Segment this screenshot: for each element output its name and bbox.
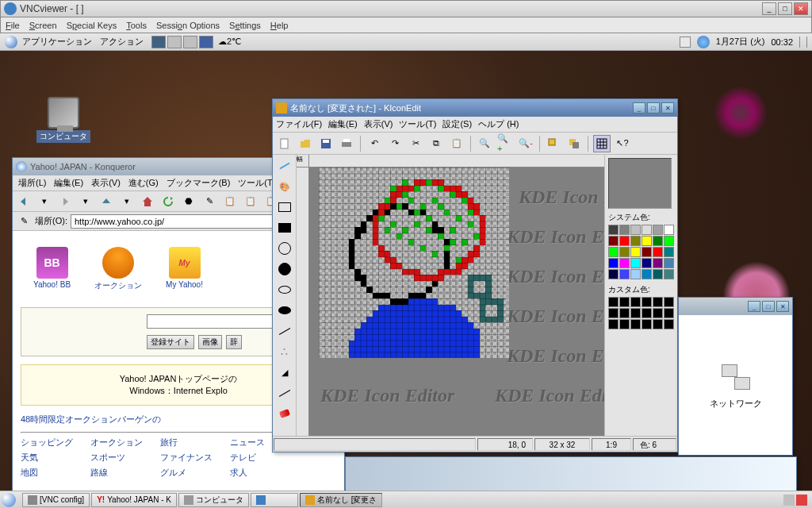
taskbar-item-computer[interactable]: コンピュータ [178, 493, 249, 507]
canvas-area[interactable]: 幅 KDE Icon Editor KDE Icon Editor KDE Ic… [297, 155, 604, 436]
yahoo-category-link[interactable]: テレビ [230, 452, 293, 464]
palette-color[interactable] [664, 225, 674, 235]
kicon-menu-settings[interactable]: 設定(S) [442, 118, 472, 130]
filled-ellipse-tool[interactable] [276, 302, 293, 318]
kicon-menu-file[interactable]: ファイル(F) [276, 118, 322, 130]
kicon-minimize-button[interactable]: _ [633, 102, 645, 114]
palette-color[interactable] [653, 269, 663, 279]
custom-color-cell[interactable] [653, 308, 663, 318]
palette-color[interactable] [653, 236, 663, 246]
applications-menu[interactable]: アプリケーション [22, 36, 92, 48]
taskbar-item-konqueror[interactable]: Y!Yahoo! JAPAN - K [91, 493, 177, 507]
custom-color-cell[interactable] [653, 297, 663, 307]
picker-tool[interactable]: 🎨 [276, 179, 293, 194]
yahoo-category-link[interactable]: 求人 [230, 467, 293, 479]
fill-tool[interactable]: ◢ [276, 364, 293, 380]
vnc-menu-screen[interactable]: Screen [29, 21, 57, 30]
desktop-switcher-2[interactable] [167, 36, 182, 48]
search-more-button[interactable]: 辞 [226, 335, 242, 349]
net-maximize-button[interactable]: □ [762, 301, 775, 312]
palette-color[interactable] [653, 258, 663, 268]
net-close-button[interactable]: ✕ [776, 301, 789, 312]
yahoo-auction-card[interactable]: オークション [94, 247, 142, 291]
up-dropdown[interactable]: ▾ [119, 194, 135, 210]
palette-color[interactable] [608, 269, 619, 279]
ellipse-tool[interactable] [276, 282, 293, 298]
print-button[interactable] [338, 135, 355, 152]
konq-menu-bookmarks[interactable]: ブックマーク(B) [164, 177, 233, 189]
line-tool[interactable] [276, 323, 293, 339]
kicon-menu-tools[interactable]: ツール(T) [399, 118, 436, 130]
back-button[interactable] [16, 194, 32, 210]
filled-circle-tool[interactable] [276, 261, 293, 277]
toggle-grid-button[interactable] [593, 135, 611, 152]
yahoo-category-link[interactable]: オークション [90, 437, 154, 448]
kicon-menu-view[interactable]: 表示(V) [364, 118, 393, 130]
taskbar-item-kiconedit[interactable]: 名前なし [変更さ [300, 493, 383, 507]
custom-color-cell[interactable] [630, 319, 641, 329]
yahoo-my-card[interactable]: MyMy Yahoo! [166, 247, 203, 291]
custom-color-cell[interactable] [642, 319, 652, 329]
palette-color[interactable] [664, 258, 674, 268]
whatsthis-button[interactable]: ↖? [614, 135, 631, 152]
resize-button[interactable] [545, 135, 562, 152]
zoom-reset-button[interactable]: 🔍 [476, 135, 493, 152]
yahoo-category-link[interactable]: グルメ [160, 467, 224, 479]
back-dropdown[interactable]: ▾ [36, 194, 52, 210]
tool-btn-3[interactable]: 📋 [243, 194, 259, 210]
yahoo-category-link[interactable]: 路線 [90, 467, 154, 479]
kicon-close-button[interactable]: ✕ [661, 102, 674, 114]
konq-menu-location[interactable]: 場所(L) [16, 177, 48, 189]
kicon-menu-help[interactable]: ヘルプ (H) [478, 118, 519, 130]
zoom-in-button[interactable]: 🔍+ [496, 135, 514, 152]
palette-color[interactable] [664, 247, 674, 257]
custom-color-cell[interactable] [608, 297, 619, 307]
konq-menu-edit[interactable]: 編集(E) [52, 177, 86, 189]
konq-menu-view[interactable]: 表示(V) [89, 177, 123, 189]
palette-color[interactable] [608, 247, 619, 257]
palette-color[interactable] [608, 225, 619, 235]
undo-button[interactable]: ↶ [366, 135, 383, 152]
palette-color[interactable] [608, 258, 619, 268]
desktop-switcher-3[interactable] [183, 36, 197, 48]
stop-button[interactable]: ⬣ [181, 194, 197, 210]
palette-color[interactable] [642, 236, 652, 246]
zoom-out-button[interactable]: 🔍- [517, 135, 534, 152]
line-tool-2[interactable] [276, 385, 293, 401]
network-icon[interactable] [720, 361, 752, 393]
palette-color[interactable] [619, 225, 630, 235]
custom-color-cell[interactable] [664, 297, 674, 307]
yahoo-category-link[interactable]: スポーツ [90, 452, 154, 464]
custom-color-cell[interactable] [608, 308, 619, 318]
new-button[interactable] [276, 135, 293, 152]
custom-color-cell[interactable] [664, 319, 674, 329]
custom-color-cell[interactable] [630, 297, 641, 307]
tray-icon-1[interactable] [783, 495, 795, 506]
filled-rectangle-tool[interactable] [276, 220, 293, 236]
tray-icon[interactable] [680, 37, 691, 48]
desktop-icon-computer[interactable]: コンピュータ [36, 97, 90, 143]
tray-icon-2[interactable] [796, 495, 807, 506]
palette-color[interactable] [642, 269, 652, 279]
palette-color[interactable] [642, 225, 652, 235]
palette-color[interactable] [630, 247, 641, 257]
palette-color[interactable] [642, 258, 652, 268]
rectangle-tool[interactable] [276, 199, 293, 215]
palette-color[interactable] [619, 269, 630, 279]
yahoo-category-link[interactable]: 地図 [21, 467, 84, 479]
tool-btn-1[interactable]: ✎ [201, 194, 217, 210]
yahoo-search-input[interactable] [147, 314, 274, 329]
custom-color-cell[interactable] [619, 297, 630, 307]
vnc-close-button[interactable]: ✕ [794, 2, 808, 15]
custom-color-cell[interactable] [642, 297, 652, 307]
palette-color[interactable] [642, 247, 652, 257]
k-menu-icon[interactable] [5, 36, 17, 48]
net-minimize-button[interactable]: _ [748, 301, 760, 312]
editor-canvas[interactable] [319, 167, 509, 358]
weather-applet[interactable]: ☁2℃ [218, 37, 241, 47]
show-desktop-button[interactable] [2, 493, 16, 507]
palette-color[interactable] [619, 258, 630, 268]
cut-button[interactable]: ✂ [407, 135, 424, 152]
forward-button[interactable] [57, 194, 73, 210]
vnc-minimize-button[interactable]: _ [762, 2, 776, 15]
